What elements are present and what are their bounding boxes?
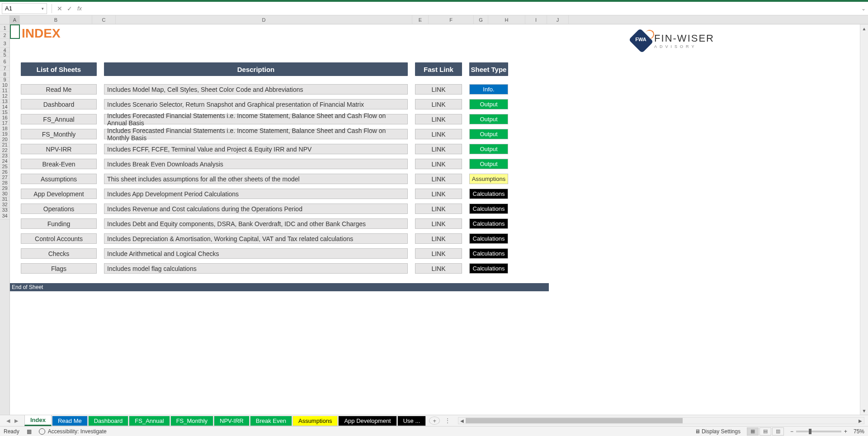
row-header[interactable]: 29: [0, 186, 9, 190]
column-headers: ABCDEFGHIJ: [10, 15, 868, 24]
scroll-left-button[interactable]: ◀: [458, 418, 466, 423]
fast-link-cell[interactable]: LINK: [415, 204, 462, 214]
scroll-right-button[interactable]: ▶: [857, 418, 864, 423]
cancel-formula-button[interactable]: ✕: [55, 4, 65, 14]
column-header[interactable]: D: [116, 15, 412, 24]
column-header[interactable]: H: [488, 15, 525, 24]
select-all-corner[interactable]: [0, 15, 9, 24]
tab-next-button[interactable]: ▶: [14, 418, 18, 424]
sheet-type-cell: Calculations: [469, 248, 508, 259]
fast-link-cell[interactable]: LINK: [415, 263, 462, 274]
zoom-level[interactable]: 75%: [854, 428, 864, 435]
row-header[interactable]: 9: [0, 78, 9, 81]
sheet-tab[interactable]: NPV-IRR: [214, 416, 250, 426]
column-header[interactable]: C: [92, 15, 116, 24]
hscroll-thumb[interactable]: [466, 418, 683, 423]
logo-main-text: FIN-WISER: [654, 33, 714, 44]
sheet-tab[interactable]: Assumptions: [292, 416, 338, 426]
sheet-tab[interactable]: Use ...: [397, 416, 426, 426]
column-header[interactable]: G: [474, 15, 488, 24]
scroll-track[interactable]: [860, 33, 868, 407]
row-header[interactable]: 2: [0, 32, 9, 39]
fast-link-cell[interactable]: LINK: [415, 233, 462, 244]
column-header[interactable]: J: [547, 15, 569, 24]
fast-link-cell[interactable]: LINK: [415, 218, 462, 229]
description-cell: Includes Scenario Selector, Return Snaps…: [104, 99, 408, 109]
chevron-down-icon[interactable]: ▾: [42, 6, 44, 11]
horizontal-scrollbar[interactable]: ◀ ▶: [458, 417, 864, 424]
column-header[interactable]: I: [525, 15, 547, 24]
logo: FIN-WISER ADVISORY: [632, 33, 714, 49]
display-settings-button[interactable]: 🖥 Display Settings: [695, 428, 741, 435]
sheet-tab[interactable]: App Development: [338, 416, 396, 426]
row-header[interactable]: 31: [0, 197, 9, 201]
row-header[interactable]: 1: [0, 24, 9, 32]
row-header[interactable]: 19: [0, 132, 9, 136]
formula-input[interactable]: [85, 3, 859, 14]
sheet-tab[interactable]: Break Even: [250, 416, 292, 426]
scroll-down-button[interactable]: ▼: [860, 407, 868, 415]
sheet-name-cell: Dashboard: [21, 99, 97, 109]
tab-list: IndexRead MeDashboardFS_AnnualFS_Monthly…: [24, 415, 426, 426]
sheet-tab[interactable]: FS_Monthly: [170, 416, 213, 426]
row-header[interactable]: 25: [0, 165, 9, 168]
column-header[interactable]: B: [20, 15, 92, 24]
row-header[interactable]: 15: [0, 110, 9, 114]
row-header[interactable]: 21: [0, 143, 9, 147]
fast-link-cell[interactable]: LINK: [415, 129, 462, 139]
fast-link-cell[interactable]: LINK: [415, 174, 462, 184]
macro-record-icon[interactable]: ▦: [27, 428, 32, 435]
row-header[interactable]: 34: [0, 212, 9, 220]
hscroll-track[interactable]: [466, 417, 857, 424]
row-header[interactable]: 5: [0, 52, 9, 57]
expand-formula-bar-button[interactable]: ⌄: [859, 5, 868, 12]
tab-prev-button[interactable]: ◀: [6, 418, 10, 424]
page-break-view-button[interactable]: ▥: [772, 427, 784, 436]
zoom-in-button[interactable]: +: [844, 428, 847, 435]
column-header[interactable]: A: [10, 15, 20, 24]
accept-formula-button[interactable]: ✓: [65, 4, 75, 14]
sheet-name-cell: FS_Annual: [21, 114, 97, 124]
fx-icon[interactable]: fx: [77, 5, 82, 12]
end-of-sheet-bar: End of Sheet: [10, 283, 549, 291]
row-header[interactable]: 17: [0, 121, 9, 125]
fast-link-cell[interactable]: LINK: [415, 114, 462, 124]
row-header[interactable]: 7: [0, 66, 9, 71]
sheet-tab[interactable]: Dashboard: [88, 416, 129, 426]
normal-view-button[interactable]: ▦: [747, 427, 759, 436]
column-header[interactable]: F: [429, 15, 474, 24]
zoom-track[interactable]: [796, 431, 841, 432]
sheet-tab[interactable]: Index: [24, 415, 52, 426]
sheet-type-cell: Calculations: [469, 189, 508, 199]
accessibility-status[interactable]: Accessibility: Investigate: [39, 428, 107, 435]
name-box[interactable]: A1 ▾: [2, 3, 47, 14]
description-cell: Includes Forecasted Financial Statements…: [104, 114, 408, 124]
status-ready: Ready: [4, 428, 19, 435]
accessibility-icon: [39, 428, 45, 435]
sheet-tab[interactable]: FS_Annual: [129, 416, 170, 426]
add-sheet-button[interactable]: +: [429, 417, 440, 425]
row-header[interactable]: 23: [0, 154, 9, 157]
row-header[interactable]: 11: [0, 89, 9, 92]
row-header[interactable]: 27: [0, 175, 9, 179]
fast-link-cell[interactable]: LINK: [415, 144, 462, 154]
fast-link-cell[interactable]: LINK: [415, 84, 462, 95]
fast-link-cell[interactable]: LINK: [415, 99, 462, 109]
column-header[interactable]: E: [412, 15, 429, 24]
page-layout-view-button[interactable]: ▤: [760, 427, 771, 436]
row-header[interactable]: 6: [0, 57, 9, 66]
row-header[interactable]: 33: [0, 208, 9, 212]
header-fast-link: Fast Link: [415, 62, 462, 76]
tab-menu-button[interactable]: ⋮: [444, 417, 451, 424]
sheet-tab[interactable]: Read Me: [52, 416, 88, 426]
vertical-scrollbar[interactable]: ▲ ▼: [860, 24, 868, 415]
fast-link-cell[interactable]: LINK: [415, 248, 462, 259]
sheet-canvas[interactable]: INDEX FIN-WISER ADVISORY List of Sheets …: [10, 24, 868, 415]
zoom-out-button[interactable]: −: [790, 428, 793, 435]
zoom-thumb[interactable]: [809, 429, 811, 434]
fast-link-cell[interactable]: LINK: [415, 159, 462, 169]
scroll-up-button[interactable]: ▲: [860, 24, 868, 33]
fast-link-cell[interactable]: LINK: [415, 189, 462, 199]
row-header[interactable]: 3: [0, 39, 9, 48]
row-header[interactable]: 13: [0, 100, 9, 103]
